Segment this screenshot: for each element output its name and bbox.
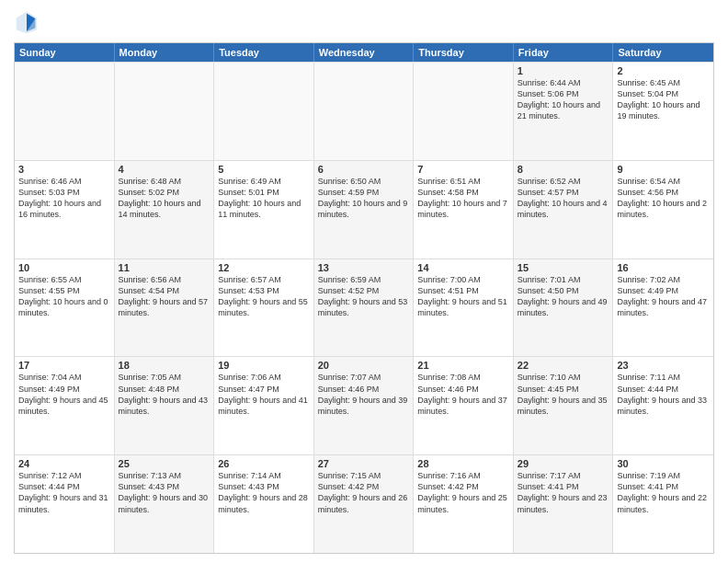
calendar-cell: 14Sunrise: 7:00 AM Sunset: 4:51 PM Dayli… xyxy=(414,259,514,357)
day-number: 5 xyxy=(218,164,310,175)
calendar-cell: 16Sunrise: 7:02 AM Sunset: 4:49 PM Dayli… xyxy=(613,259,713,357)
header-day-tuesday: Tuesday xyxy=(214,43,314,62)
calendar-cell: 18Sunrise: 7:05 AM Sunset: 4:48 PM Dayli… xyxy=(115,357,215,454)
cell-info: Sunrise: 7:12 AM Sunset: 4:44 PM Dayligh… xyxy=(18,470,110,515)
calendar-row: 1Sunrise: 6:44 AM Sunset: 5:06 PM Daylig… xyxy=(15,62,713,160)
day-number: 26 xyxy=(218,458,310,469)
page: SundayMondayTuesdayWednesdayThursdayFrid… xyxy=(0,0,728,563)
calendar-cell: 9Sunrise: 6:54 AM Sunset: 4:56 PM Daylig… xyxy=(613,161,713,259)
cell-info: Sunrise: 7:00 AM Sunset: 4:51 PM Dayligh… xyxy=(417,274,509,319)
cell-info: Sunrise: 7:11 AM Sunset: 4:44 PM Dayligh… xyxy=(617,372,710,417)
calendar-cell: 28Sunrise: 7:16 AM Sunset: 4:42 PM Dayli… xyxy=(414,455,514,553)
cell-info: Sunrise: 7:05 AM Sunset: 4:48 PM Dayligh… xyxy=(119,372,210,417)
header-day-monday: Monday xyxy=(115,43,215,62)
header-day-sunday: Sunday xyxy=(15,43,115,62)
calendar-cell: 29Sunrise: 7:17 AM Sunset: 4:41 PM Dayli… xyxy=(514,455,614,553)
day-number: 21 xyxy=(417,360,509,371)
calendar-cell: 13Sunrise: 6:59 AM Sunset: 4:52 PM Dayli… xyxy=(314,259,415,357)
calendar-cell xyxy=(115,63,215,160)
logo xyxy=(14,9,43,35)
calendar-cell: 3Sunrise: 6:46 AM Sunset: 5:03 PM Daylig… xyxy=(15,161,115,259)
day-number: 19 xyxy=(218,360,310,371)
calendar-cell: 23Sunrise: 7:11 AM Sunset: 4:44 PM Dayli… xyxy=(613,357,713,454)
cell-info: Sunrise: 7:01 AM Sunset: 4:50 PM Dayligh… xyxy=(518,274,609,319)
day-number: 8 xyxy=(518,164,609,175)
cell-info: Sunrise: 7:15 AM Sunset: 4:42 PM Dayligh… xyxy=(318,470,410,515)
cell-info: Sunrise: 6:48 AM Sunset: 5:02 PM Dayligh… xyxy=(119,176,210,221)
day-number: 9 xyxy=(617,164,710,175)
day-number: 4 xyxy=(119,164,210,175)
day-number: 10 xyxy=(18,262,110,273)
cell-info: Sunrise: 7:16 AM Sunset: 4:42 PM Dayligh… xyxy=(417,470,509,515)
calendar-cell: 2Sunrise: 6:45 AM Sunset: 5:04 PM Daylig… xyxy=(613,63,713,160)
calendar-cell: 5Sunrise: 6:49 AM Sunset: 5:01 PM Daylig… xyxy=(214,161,314,259)
calendar-cell: 12Sunrise: 6:57 AM Sunset: 4:53 PM Dayli… xyxy=(214,259,314,357)
calendar-cell: 27Sunrise: 7:15 AM Sunset: 4:42 PM Dayli… xyxy=(314,455,415,553)
cell-info: Sunrise: 6:52 AM Sunset: 4:57 PM Dayligh… xyxy=(518,176,609,221)
calendar-cell: 26Sunrise: 7:14 AM Sunset: 4:43 PM Dayli… xyxy=(214,455,314,553)
day-number: 22 xyxy=(518,360,609,371)
header-day-friday: Friday xyxy=(514,43,614,62)
day-number: 14 xyxy=(417,262,509,273)
calendar-cell: 1Sunrise: 6:44 AM Sunset: 5:06 PM Daylig… xyxy=(514,63,614,160)
calendar-row: 10Sunrise: 6:55 AM Sunset: 4:55 PM Dayli… xyxy=(15,259,713,357)
calendar-cell: 20Sunrise: 7:07 AM Sunset: 4:46 PM Dayli… xyxy=(314,357,415,454)
cell-info: Sunrise: 6:45 AM Sunset: 5:04 PM Dayligh… xyxy=(617,77,710,122)
day-number: 16 xyxy=(617,262,710,273)
calendar-cell: 6Sunrise: 6:50 AM Sunset: 4:59 PM Daylig… xyxy=(314,161,415,259)
cell-info: Sunrise: 6:56 AM Sunset: 4:54 PM Dayligh… xyxy=(119,274,210,319)
day-number: 29 xyxy=(518,458,609,469)
day-number: 1 xyxy=(518,65,609,76)
day-number: 20 xyxy=(318,360,410,371)
cell-info: Sunrise: 6:57 AM Sunset: 4:53 PM Dayligh… xyxy=(218,274,310,319)
day-number: 30 xyxy=(617,458,710,469)
calendar-cell: 10Sunrise: 6:55 AM Sunset: 4:55 PM Dayli… xyxy=(15,259,115,357)
day-number: 27 xyxy=(318,458,410,469)
cell-info: Sunrise: 7:02 AM Sunset: 4:49 PM Dayligh… xyxy=(617,274,710,319)
calendar: SundayMondayTuesdayWednesdayThursdayFrid… xyxy=(14,42,714,554)
cell-info: Sunrise: 7:19 AM Sunset: 4:41 PM Dayligh… xyxy=(617,470,710,515)
calendar-cell xyxy=(15,63,115,160)
day-number: 3 xyxy=(18,164,110,175)
day-number: 25 xyxy=(119,458,210,469)
calendar-header: SundayMondayTuesdayWednesdayThursdayFrid… xyxy=(15,43,713,62)
calendar-cell xyxy=(414,63,514,160)
day-number: 2 xyxy=(617,65,710,76)
day-number: 23 xyxy=(617,360,710,371)
calendar-cell xyxy=(214,63,314,160)
calendar-cell xyxy=(314,63,415,160)
cell-info: Sunrise: 6:51 AM Sunset: 4:58 PM Dayligh… xyxy=(417,176,509,221)
calendar-cell: 15Sunrise: 7:01 AM Sunset: 4:50 PM Dayli… xyxy=(514,259,614,357)
day-number: 12 xyxy=(218,262,310,273)
day-number: 18 xyxy=(119,360,210,371)
calendar-cell: 19Sunrise: 7:06 AM Sunset: 4:47 PM Dayli… xyxy=(214,357,314,454)
cell-info: Sunrise: 7:17 AM Sunset: 4:41 PM Dayligh… xyxy=(518,470,609,515)
header-day-wednesday: Wednesday xyxy=(314,43,415,62)
calendar-cell: 4Sunrise: 6:48 AM Sunset: 5:02 PM Daylig… xyxy=(115,161,215,259)
calendar-row: 24Sunrise: 7:12 AM Sunset: 4:44 PM Dayli… xyxy=(15,454,713,553)
logo-icon xyxy=(14,9,40,35)
day-number: 7 xyxy=(417,164,509,175)
cell-info: Sunrise: 7:06 AM Sunset: 4:47 PM Dayligh… xyxy=(218,372,310,417)
cell-info: Sunrise: 6:49 AM Sunset: 5:01 PM Dayligh… xyxy=(218,176,310,221)
cell-info: Sunrise: 6:59 AM Sunset: 4:52 PM Dayligh… xyxy=(318,274,410,319)
calendar-cell: 30Sunrise: 7:19 AM Sunset: 4:41 PM Dayli… xyxy=(613,455,713,553)
cell-info: Sunrise: 7:08 AM Sunset: 4:46 PM Dayligh… xyxy=(417,372,509,417)
calendar-cell: 17Sunrise: 7:04 AM Sunset: 4:49 PM Dayli… xyxy=(15,357,115,454)
cell-info: Sunrise: 6:44 AM Sunset: 5:06 PM Dayligh… xyxy=(518,77,609,122)
day-number: 28 xyxy=(417,458,509,469)
calendar-row: 17Sunrise: 7:04 AM Sunset: 4:49 PM Dayli… xyxy=(15,356,713,454)
cell-info: Sunrise: 7:13 AM Sunset: 4:43 PM Dayligh… xyxy=(119,470,210,515)
calendar-body: 1Sunrise: 6:44 AM Sunset: 5:06 PM Daylig… xyxy=(15,62,713,553)
calendar-cell: 7Sunrise: 6:51 AM Sunset: 4:58 PM Daylig… xyxy=(414,161,514,259)
day-number: 11 xyxy=(119,262,210,273)
calendar-cell: 21Sunrise: 7:08 AM Sunset: 4:46 PM Dayli… xyxy=(414,357,514,454)
calendar-cell: 8Sunrise: 6:52 AM Sunset: 4:57 PM Daylig… xyxy=(514,161,614,259)
calendar-cell: 25Sunrise: 7:13 AM Sunset: 4:43 PM Dayli… xyxy=(115,455,215,553)
cell-info: Sunrise: 7:10 AM Sunset: 4:45 PM Dayligh… xyxy=(518,372,609,417)
calendar-cell: 22Sunrise: 7:10 AM Sunset: 4:45 PM Dayli… xyxy=(514,357,614,454)
day-number: 17 xyxy=(18,360,110,371)
cell-info: Sunrise: 6:50 AM Sunset: 4:59 PM Dayligh… xyxy=(318,176,410,221)
cell-info: Sunrise: 7:07 AM Sunset: 4:46 PM Dayligh… xyxy=(318,372,410,417)
header xyxy=(14,9,714,35)
